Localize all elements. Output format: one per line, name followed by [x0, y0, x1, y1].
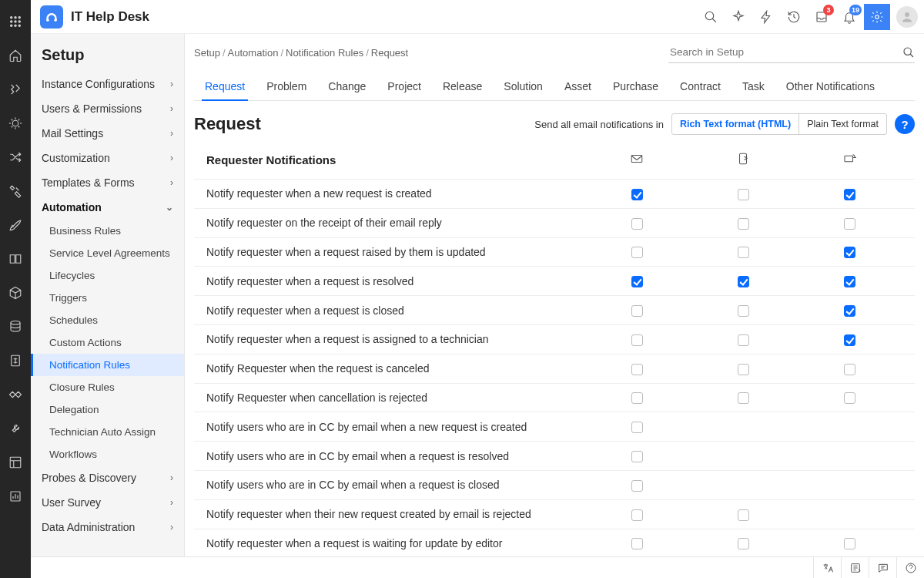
checkbox[interactable]	[738, 276, 749, 287]
note-icon[interactable]	[841, 557, 869, 579]
book-icon[interactable]	[0, 244, 31, 274]
shuffle-icon[interactable]	[0, 142, 31, 173]
sidebar-subitem[interactable]: Business Rules	[31, 220, 184, 242]
checkbox[interactable]	[844, 247, 855, 258]
gear-icon[interactable]	[864, 4, 890, 30]
tab[interactable]: Request	[194, 72, 256, 100]
history-icon[interactable]	[781, 4, 807, 30]
checkbox[interactable]	[844, 334, 855, 346]
checkbox[interactable]	[631, 451, 643, 462]
sidebar-subitem[interactable]: Delegation	[31, 398, 184, 421]
user-avatar[interactable]	[896, 6, 918, 28]
search-icon[interactable]	[698, 4, 724, 30]
sidebar-subitem[interactable]: Service Level Agreements	[31, 242, 184, 264]
sidebar-subitem[interactable]: Schedules	[31, 309, 184, 331]
sidebar-subitem[interactable]: Closure Rules	[31, 376, 184, 398]
checkbox[interactable]	[738, 218, 749, 230]
checkbox[interactable]	[631, 305, 643, 317]
home-icon[interactable]	[0, 40, 31, 71]
sidebar-item[interactable]: Mail Settings›	[31, 121, 184, 146]
inbox-icon[interactable]: 3	[808, 4, 835, 30]
tab[interactable]: Project	[377, 72, 432, 100]
ticket-icon[interactable]	[0, 74, 31, 105]
row-label[interactable]: Notify requester on the receipt of their…	[206, 217, 584, 229]
tab[interactable]: Change	[317, 72, 377, 100]
checkbox[interactable]	[844, 364, 855, 375]
layout-icon[interactable]	[0, 447, 31, 478]
sidebar-item[interactable]: Automation⌄	[31, 195, 184, 220]
report-icon[interactable]	[0, 481, 31, 512]
checkbox[interactable]	[738, 392, 749, 404]
checkbox[interactable]	[844, 276, 855, 287]
chat-icon[interactable]	[869, 557, 896, 579]
help-icon[interactable]	[896, 557, 924, 579]
help-button[interactable]: ?	[895, 114, 915, 134]
wrench-icon[interactable]	[0, 413, 31, 444]
sidebar-subitem[interactable]: Triggers	[31, 287, 184, 309]
sidebar-item[interactable]: Users & Permissions›	[31, 96, 184, 121]
bug-icon[interactable]	[0, 108, 31, 139]
checkbox[interactable]	[844, 538, 855, 549]
sidebar-subitem[interactable]: Technician Auto Assign	[31, 421, 184, 443]
translate-icon[interactable]	[813, 557, 841, 579]
tab[interactable]: Task	[732, 72, 775, 100]
checkbox[interactable]	[738, 305, 749, 317]
sidebar-item[interactable]: Customization›	[31, 146, 184, 170]
sidebar-item[interactable]: User Survey›	[31, 490, 184, 515]
bolt-icon[interactable]	[753, 4, 779, 30]
rocket-icon[interactable]	[0, 210, 31, 240]
sidebar-subitem[interactable]: Workflows	[31, 443, 184, 465]
setup-search[interactable]	[668, 42, 915, 63]
format-option[interactable]: Plain Text format	[798, 114, 886, 134]
tab[interactable]: Problem	[256, 72, 317, 100]
sidebar-item[interactable]: Templates & Forms›	[31, 170, 184, 195]
checkbox[interactable]	[738, 538, 749, 549]
row-label[interactable]: Notify requester when a request is waiti…	[206, 537, 584, 549]
checkbox[interactable]	[844, 218, 855, 230]
breadcrumb-segment[interactable]: Notification Rules	[286, 47, 363, 59]
breadcrumb-segment[interactable]: Automation	[228, 47, 279, 59]
row-label[interactable]: Notify requester when a request is resol…	[206, 275, 584, 287]
row-label[interactable]: Notify users who are in CC by email when…	[206, 421, 584, 433]
checkbox[interactable]	[631, 247, 643, 258]
checkbox[interactable]	[631, 218, 643, 230]
sidebar-subitem[interactable]: Lifecycles	[31, 264, 184, 287]
checkbox[interactable]	[631, 334, 643, 346]
sidebar-item[interactable]: Instance Configurations›	[31, 72, 184, 96]
tab[interactable]: Other Notifications	[775, 72, 886, 100]
sparkle-icon[interactable]	[725, 4, 752, 30]
tab[interactable]: Solution	[493, 72, 554, 100]
checkbox[interactable]	[631, 392, 643, 404]
database-icon[interactable]	[0, 311, 31, 342]
format-option[interactable]: Rich Text format (HTML)	[672, 114, 798, 134]
checkbox[interactable]	[631, 276, 643, 287]
row-label[interactable]: Notify users who are in CC by email when…	[206, 479, 584, 491]
tab[interactable]: Asset	[554, 72, 602, 100]
row-label[interactable]: Notify users who are in CC by email when…	[206, 450, 584, 462]
bell-icon[interactable]: 19	[836, 4, 862, 30]
row-label[interactable]: Notify Requester when the request is can…	[206, 362, 584, 375]
checkbox[interactable]	[738, 364, 749, 375]
checkbox[interactable]	[738, 189, 749, 200]
tab[interactable]: Release	[432, 72, 493, 100]
tools-icon[interactable]	[0, 176, 31, 207]
row-label[interactable]: Notify Requester when cancellation is re…	[206, 391, 584, 404]
checkbox[interactable]	[631, 364, 643, 375]
checkbox[interactable]	[738, 334, 749, 346]
checkbox[interactable]	[844, 305, 855, 317]
sidebar-subitem[interactable]: Custom Actions	[31, 331, 184, 354]
checkbox[interactable]	[631, 538, 643, 549]
checkbox[interactable]	[844, 189, 855, 200]
sidebar-subitem[interactable]: Notification Rules	[31, 354, 184, 376]
sidebar-item[interactable]: Probes & Discovery›	[31, 465, 184, 490]
apps-grid-icon[interactable]	[0, 6, 31, 37]
row-label[interactable]: Notify requester when a new request is c…	[206, 187, 584, 200]
checkbox[interactable]	[631, 509, 643, 521]
package-icon[interactable]	[0, 277, 31, 308]
row-label[interactable]: Notify requester when their new request …	[206, 508, 584, 520]
tab[interactable]: Contract	[669, 72, 732, 100]
checkbox[interactable]	[631, 422, 643, 433]
handshake-icon[interactable]	[0, 379, 31, 410]
tab[interactable]: Purchase	[602, 72, 669, 100]
checkbox[interactable]	[738, 247, 749, 258]
